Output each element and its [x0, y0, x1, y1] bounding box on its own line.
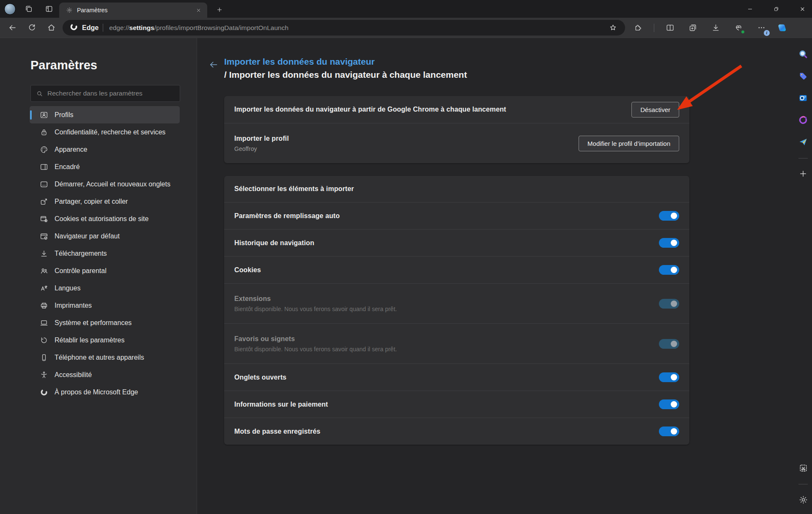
copilot-icon[interactable] — [777, 22, 788, 33]
breadcrumb: Importer les données du navigateur / Imp… — [224, 38, 689, 80]
sidebar-messaging-button[interactable] — [797, 136, 809, 148]
sidebar-item-accessibilite[interactable]: Accessibilité — [30, 366, 180, 383]
sidebar-item-langues[interactable]: Langues — [30, 279, 180, 297]
sidebar-item-systeme[interactable]: Système et performances — [30, 314, 180, 331]
sidebar-item-telechargements[interactable]: Téléchargements — [30, 245, 180, 262]
sidebar-settings-button[interactable] — [797, 494, 809, 506]
import-on-launch-card: Importer les données du navigateur à par… — [224, 96, 689, 163]
laptop-icon — [40, 319, 48, 327]
saved-passwords-toggle[interactable] — [659, 427, 679, 436]
edge-sidebar-rail — [794, 38, 812, 514]
disable-button[interactable]: Désactiver — [631, 102, 679, 118]
browser-tab-settings[interactable]: Paramètres — [59, 3, 207, 18]
browser-essentials-button[interactable] — [731, 21, 746, 35]
favorites-toggle — [659, 339, 679, 349]
history-toggle[interactable] — [659, 238, 679, 248]
sidebar-search-button[interactable] — [797, 48, 809, 60]
sidebar-item-label: À propos de Microsoft Edge — [55, 388, 138, 396]
sidebar-item-confidentialite[interactable]: Confidentialité, recherche et services — [30, 123, 180, 141]
toggle-row-label: Cookies — [234, 266, 261, 274]
back-button[interactable] — [5, 21, 19, 35]
sidebar-item-retablir[interactable]: Rétablir les paramètres — [30, 331, 180, 349]
select-items-card: Sélectionner les éléments à importer Par… — [224, 176, 689, 445]
address-bar[interactable]: Edge edge://settings/profiles/importBrow… — [63, 20, 625, 36]
download-icon — [711, 23, 720, 32]
sidebar-item-label: Démarrer, Accueil et nouveaux onglets — [55, 180, 170, 189]
toggle-row-payment-info: Informations sur le paiement — [224, 391, 689, 418]
vertical-tabs-icon — [45, 5, 53, 13]
settings-search-box[interactable] — [30, 85, 180, 102]
home-button[interactable] — [44, 21, 58, 35]
sidebar-item-partager[interactable]: Partager, copier et coller — [30, 193, 180, 210]
sidebar-item-imprimantes[interactable]: Imprimantes — [30, 297, 180, 314]
toggle-row-label: Favoris ou signets — [234, 335, 397, 343]
collections-button[interactable] — [686, 21, 700, 35]
settings-sidebar: Paramètres Profils Confidentialité, rech… — [0, 38, 197, 514]
sidebar-shopping-button[interactable] — [797, 70, 809, 82]
profile-avatar[interactable] — [4, 3, 16, 15]
sidebar-item-apparence[interactable]: Apparence — [30, 141, 180, 158]
tab-actions-button[interactable] — [42, 3, 56, 15]
close-window-button[interactable] — [793, 0, 812, 18]
workspaces-button[interactable] — [22, 3, 36, 15]
profile-icon — [40, 111, 48, 119]
browser-toolbar: i — [631, 21, 788, 35]
extensions-button[interactable] — [631, 21, 645, 35]
toggle-row-extensions: Extensions Bientôt disponible. Nous vous… — [224, 283, 689, 323]
payment-info-toggle[interactable] — [659, 399, 679, 409]
tab-close-button[interactable] — [194, 5, 203, 15]
sidebar-outlook-button[interactable] — [797, 92, 809, 104]
import-profile-label: Importer le profil — [234, 135, 289, 142]
refresh-icon — [27, 23, 36, 32]
languages-icon — [40, 284, 48, 293]
status-dot — [741, 30, 745, 34]
customize-sidebar-button[interactable] — [797, 168, 809, 180]
workspaces-icon — [25, 5, 33, 13]
sidebar-designer-button[interactable] — [797, 114, 809, 126]
sidebar-item-label: Apparence — [55, 145, 87, 154]
title-bar: Paramètres — [0, 0, 812, 18]
puzzle-icon — [634, 23, 643, 32]
home-icon — [47, 23, 56, 32]
split-screen-button[interactable] — [663, 21, 677, 35]
toggle-knob — [671, 401, 677, 407]
site-label: Edge — [82, 24, 99, 32]
sidebar-item-encadre[interactable]: Encadré — [30, 158, 180, 175]
edit-import-profile-button[interactable]: Modifier le profil d’importation — [579, 136, 679, 151]
lock-icon — [40, 128, 48, 137]
toggle-knob — [671, 428, 677, 435]
refresh-button[interactable] — [25, 21, 39, 35]
cookies-toggle[interactable] — [659, 265, 679, 275]
outlook-icon — [798, 93, 808, 103]
sidebar-item-label: Navigateur par défaut — [55, 232, 120, 241]
web-capture-button[interactable] — [797, 462, 809, 474]
search-input[interactable] — [47, 90, 175, 97]
back-arrow-button[interactable] — [207, 58, 220, 71]
sidebar-item-telephone[interactable]: Téléphone et autres appareils — [30, 349, 180, 366]
toggle-knob — [671, 301, 677, 307]
restore-button[interactable] — [766, 0, 786, 18]
favorites-star-button[interactable] — [606, 21, 620, 35]
sidebar-item-controle-parental[interactable]: Contrôle parental — [30, 262, 180, 279]
navigation-bar: Edge edge://settings/profiles/importBrow… — [0, 18, 812, 38]
import-on-launch-label: Importer les données du navigateur à par… — [234, 106, 506, 113]
open-tabs-toggle[interactable] — [659, 372, 679, 382]
downloads-button[interactable] — [708, 21, 723, 35]
sidebar-item-navigateur-defaut[interactable]: Navigateur par défaut — [30, 227, 180, 245]
new-tab-button[interactable] — [213, 4, 226, 16]
star-icon — [609, 23, 617, 32]
back-icon — [8, 23, 17, 32]
minimize-button[interactable] — [740, 0, 760, 18]
sidebar-item-demarrer[interactable]: Démarrer, Accueil et nouveaux onglets — [30, 175, 180, 193]
sidebar-item-a-propos[interactable]: À propos de Microsoft Edge — [30, 383, 180, 401]
breadcrumb-parent-link[interactable]: Importer les données du navigateur — [224, 57, 375, 67]
sidebar-item-profils[interactable]: Profils — [30, 106, 180, 123]
sidebar-item-cookies[interactable]: Cookies et autorisations de site — [30, 210, 180, 227]
download-icon — [40, 249, 48, 258]
back-icon — [208, 60, 219, 70]
sidebar-item-label: Langues — [55, 284, 80, 293]
import-profile-value: Geoffroy — [234, 145, 289, 152]
autofill-toggle[interactable] — [659, 211, 679, 221]
more-options-button[interactable]: i — [754, 21, 768, 35]
family-icon — [40, 267, 48, 275]
